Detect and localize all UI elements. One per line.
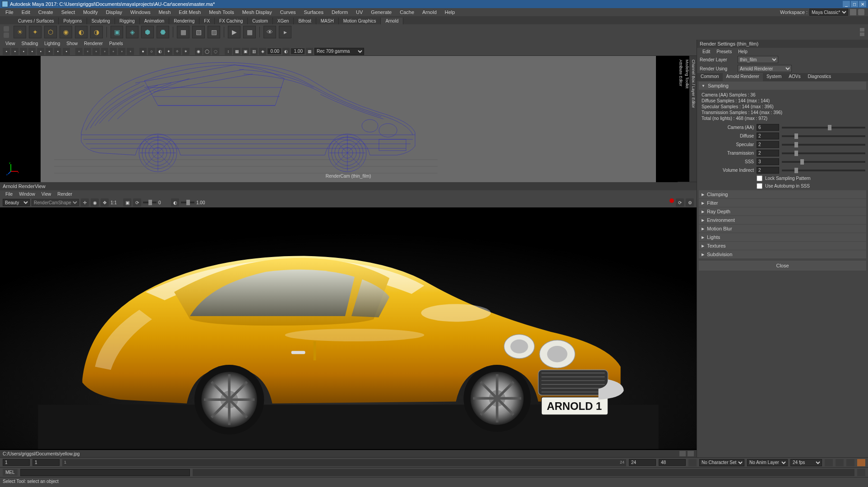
camera-select[interactable]: RenderCamShape	[32, 199, 79, 206]
command-input[interactable]	[20, 469, 190, 476]
vp-tool-icon[interactable]: ▥	[250, 48, 258, 55]
vp-tool-icon[interactable]: ↕	[225, 48, 232, 55]
menu-generate[interactable]: Generate	[367, 9, 395, 16]
scroll-up-icon[interactable]	[860, 28, 864, 32]
rs-menu-edit[interactable]: Edit	[700, 49, 713, 55]
vp-tool-icon[interactable]: ✶	[182, 48, 189, 55]
crosshair-icon[interactable]: ✛	[81, 198, 89, 207]
shelf-opt-icon[interactable]	[4, 26, 9, 32]
arnold-menu-file[interactable]: File	[3, 191, 15, 197]
arnold-menu-render[interactable]: Render	[55, 191, 75, 197]
ipr-icon[interactable]: ▦	[243, 26, 256, 38]
menu-deform[interactable]: Deform	[328, 9, 351, 16]
section-textures[interactable]: ▶Textures	[699, 242, 866, 250]
vp-tool-icon[interactable]: ✧	[174, 48, 181, 55]
move-icon[interactable]: ✥	[101, 198, 109, 207]
menu-windows[interactable]: Windows	[127, 9, 154, 16]
shelf-tab[interactable]: FX	[199, 18, 215, 24]
range-end-input[interactable]	[659, 459, 686, 466]
gear-icon[interactable]: ⚙	[686, 198, 694, 207]
param-slider[interactable]	[782, 144, 865, 146]
rs-menu-presets[interactable]: Presets	[714, 49, 734, 55]
vp-tool-icon[interactable]: ◯	[203, 48, 211, 55]
section-sampling[interactable]: ▼ Sampling	[699, 82, 866, 90]
close-button[interactable]: ✕	[859, 1, 866, 7]
section-subdivision[interactable]: ▶Subdivision	[699, 250, 866, 258]
section-motion-blur[interactable]: ▶Motion Blur	[699, 225, 866, 233]
section-clamping[interactable]: ▶Clamping	[699, 190, 866, 198]
vp-tool-icon[interactable]: ▪	[3, 48, 10, 55]
vtab-channelbox[interactable]: Channel Box / Layer Editor	[690, 56, 697, 182]
param-slider[interactable]	[782, 135, 865, 137]
menu-help[interactable]: Help	[441, 9, 459, 16]
refresh-icon[interactable]: ⟳	[133, 198, 141, 207]
param-input[interactable]	[757, 124, 779, 131]
maximize-button[interactable]: □	[851, 1, 858, 7]
exposure-b[interactable]: 1.00	[291, 48, 305, 54]
aov-select[interactable]: Beauty	[3, 199, 30, 206]
menu-uv[interactable]: UV	[352, 9, 366, 16]
standin-icon[interactable]: ▣	[111, 26, 123, 38]
exposure-slider[interactable]	[143, 202, 157, 203]
param-input[interactable]	[757, 167, 779, 174]
vp-tool-icon[interactable]: ▦	[306, 48, 313, 55]
render-using-select[interactable]: Arnold Renderer	[738, 65, 792, 72]
section-ray-depth[interactable]: ▶Ray Depth	[699, 207, 866, 216]
lock-icon[interactable]	[858, 9, 864, 15]
rs-menu-help[interactable]: Help	[735, 49, 750, 55]
menu-mesh[interactable]: Mesh	[155, 9, 174, 16]
minimize-button[interactable]: _	[843, 1, 850, 7]
time-slider[interactable]: 1 24	[62, 459, 626, 466]
param-slider[interactable]	[782, 161, 865, 163]
vp-tool-icon[interactable]: ▫	[127, 48, 134, 55]
render-icon[interactable]: ▶	[228, 26, 240, 38]
vp-tool-icon[interactable]: ▪	[20, 48, 27, 55]
shelf-tab[interactable]: Rigging	[115, 18, 140, 24]
vp-tool-icon[interactable]: ▪	[63, 48, 70, 55]
shelf-tab[interactable]: FX Caching	[215, 18, 248, 24]
sky-light-icon[interactable]: ✦	[29, 26, 42, 38]
exposure-a[interactable]: 0.00	[268, 48, 281, 54]
chevron-down-icon[interactable]	[688, 451, 694, 456]
vp-tool-icon[interactable]: ▫	[101, 48, 108, 55]
light-portal-icon[interactable]: ◑	[90, 26, 103, 38]
start-frame-input[interactable]	[32, 459, 60, 466]
vp-tool-icon[interactable]: ▣	[242, 48, 249, 55]
keytick-icon[interactable]	[846, 459, 854, 466]
vp-menu-panels[interactable]: Panels	[106, 41, 126, 46]
flush-all-icon[interactable]: ▨	[208, 26, 220, 38]
param-slider[interactable]	[782, 127, 865, 129]
menu-meshdisplay[interactable]: Mesh Display	[239, 9, 276, 16]
vp-tool-icon[interactable]: ◐	[157, 48, 164, 55]
vp-tool-icon[interactable]: ✦	[165, 48, 172, 55]
param-input[interactable]	[757, 158, 779, 165]
area-light-icon[interactable]: ☀	[14, 26, 26, 38]
scroll-down-icon[interactable]	[860, 32, 864, 36]
workspace-select[interactable]: Maya Classic*	[809, 9, 848, 16]
shelf-tab-active[interactable]: Arnold	[381, 18, 403, 24]
vp-menu-renderer[interactable]: Renderer	[81, 41, 106, 46]
section-filter[interactable]: ▶Filter	[699, 199, 866, 207]
vp-tool-icon[interactable]: ▩	[233, 48, 240, 55]
vp-tool-icon[interactable]: ○	[148, 48, 155, 55]
vp-tool-icon[interactable]: ▫	[75, 48, 83, 55]
tx-manager-icon[interactable]: ▦	[177, 26, 189, 38]
autokey-icon[interactable]	[836, 459, 844, 466]
vp-tool-icon[interactable]: ▪	[37, 48, 44, 55]
param-input[interactable]	[757, 150, 779, 156]
param-slider[interactable]	[782, 170, 865, 171]
snapshot-icon[interactable]: ▣	[123, 198, 131, 207]
vp-tool-icon[interactable]: ◈	[259, 48, 266, 55]
procedural-icon[interactable]: ⬣	[157, 26, 169, 38]
tab-aovs[interactable]: AOVs	[785, 73, 804, 81]
vp-tool-icon[interactable]: ◌	[212, 48, 219, 55]
param-input[interactable]	[757, 141, 779, 148]
fps-select[interactable]: 24 fps	[790, 459, 822, 466]
eye-icon[interactable]	[679, 451, 686, 456]
viewport-3d[interactable]: y x z RenderCam (thin_film) Channel Box …	[0, 56, 697, 182]
lock-sampling-checkbox[interactable]	[757, 175, 762, 181]
menu-curves[interactable]: Curves	[277, 9, 300, 16]
render-seq-icon[interactable]: ▸	[279, 26, 291, 38]
log-icon[interactable]: ⟳	[676, 198, 684, 207]
shelf-tab[interactable]: Animation	[140, 18, 169, 24]
